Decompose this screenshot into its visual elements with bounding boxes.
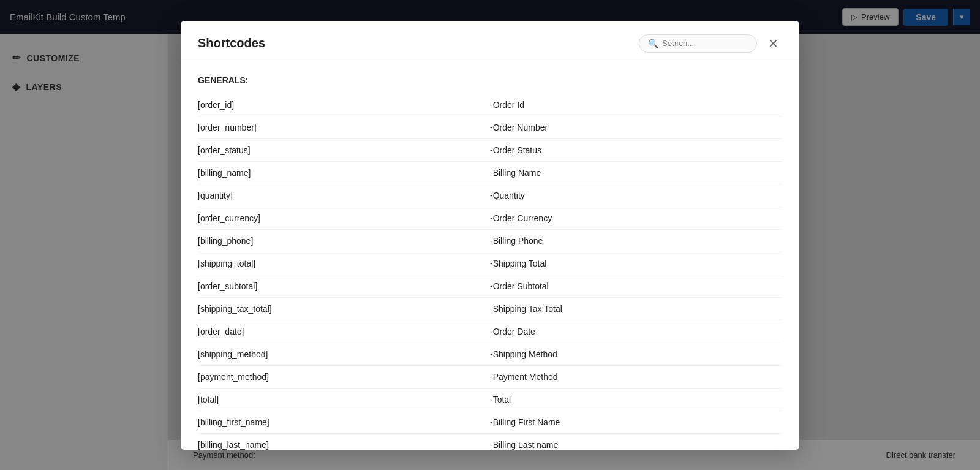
search-icon: 🔍 bbox=[648, 39, 658, 48]
close-button[interactable]: ✕ bbox=[764, 36, 782, 51]
shortcode-code: [billing_phone] bbox=[198, 236, 490, 246]
modal-body: GENERALS: [order_id]-Order Id[order_numb… bbox=[181, 63, 799, 450]
shortcode-code: [order_currency] bbox=[198, 213, 490, 223]
shortcode-code: [shipping_tax_total] bbox=[198, 304, 490, 314]
shortcode-row[interactable]: [billing_name]-Billing Name bbox=[198, 162, 782, 184]
shortcode-row[interactable]: [order_subtotal]-Order Subtotal bbox=[198, 275, 782, 298]
shortcode-row[interactable]: [payment_method]-Payment Method bbox=[198, 366, 782, 389]
shortcode-desc: -Shipping Total bbox=[490, 259, 782, 268]
shortcode-desc: -Order Currency bbox=[490, 213, 782, 223]
shortcode-desc: -Order Number bbox=[490, 123, 782, 132]
shortcode-desc: -Shipping Tax Total bbox=[490, 304, 782, 314]
shortcode-row[interactable]: [shipping_method]-Shipping Method bbox=[198, 343, 782, 366]
shortcode-desc: -Order Date bbox=[490, 327, 782, 336]
shortcode-desc: -Billing Phone bbox=[490, 236, 782, 246]
shortcode-row[interactable]: [billing_last_name]-Billing Last name bbox=[198, 434, 782, 450]
shortcode-code: [billing_first_name] bbox=[198, 417, 490, 427]
shortcode-row[interactable]: [billing_phone]-Billing Phone bbox=[198, 230, 782, 252]
shortcode-row[interactable]: [shipping_total]-Shipping Total bbox=[198, 252, 782, 275]
shortcode-code: [payment_method] bbox=[198, 372, 490, 382]
shortcode-desc: -Shipping Method bbox=[490, 349, 782, 359]
shortcode-desc: -Order Status bbox=[490, 145, 782, 155]
shortcode-row[interactable]: [quantity]-Quantity bbox=[198, 184, 782, 207]
shortcode-desc: -Total bbox=[490, 395, 782, 404]
shortcode-code: [quantity] bbox=[198, 191, 490, 200]
modal-header-right: 🔍 ✕ bbox=[639, 34, 782, 53]
shortcode-code: [order_number] bbox=[198, 123, 490, 132]
shortcode-code: [order_subtotal] bbox=[198, 281, 490, 291]
shortcode-row[interactable]: [shipping_tax_total]-Shipping Tax Total bbox=[198, 298, 782, 320]
modal-header: Shortcodes 🔍 ✕ bbox=[181, 21, 799, 63]
shortcode-code: [shipping_method] bbox=[198, 349, 490, 359]
section-title: GENERALS: bbox=[198, 75, 782, 85]
shortcode-code: [billing_last_name] bbox=[198, 440, 490, 450]
shortcode-row[interactable]: [order_id]-Order Id bbox=[198, 94, 782, 116]
shortcode-desc: -Order Id bbox=[490, 100, 782, 110]
shortcode-table: [order_id]-Order Id[order_number]-Order … bbox=[198, 94, 782, 450]
shortcode-desc: -Billing First Name bbox=[490, 417, 782, 427]
shortcode-code: [billing_name] bbox=[198, 168, 490, 178]
shortcode-code: [order_date] bbox=[198, 327, 490, 336]
shortcode-row[interactable]: [order_number]-Order Number bbox=[198, 116, 782, 139]
shortcode-code: [total] bbox=[198, 395, 490, 404]
shortcode-code: [shipping_total] bbox=[198, 259, 490, 268]
shortcode-desc: -Order Subtotal bbox=[490, 281, 782, 291]
search-box[interactable]: 🔍 bbox=[639, 34, 757, 53]
shortcode-row[interactable]: [order_currency]-Order Currency bbox=[198, 207, 782, 230]
shortcode-code: [order_id] bbox=[198, 100, 490, 110]
shortcode-row[interactable]: [order_status]-Order Status bbox=[198, 139, 782, 162]
shortcode-desc: -Quantity bbox=[490, 191, 782, 200]
shortcode-desc: -Payment Method bbox=[490, 372, 782, 382]
shortcode-code: [order_status] bbox=[198, 145, 490, 155]
shortcode-desc: -Billing Last name bbox=[490, 440, 782, 450]
modal-title: Shortcodes bbox=[198, 36, 265, 50]
shortcodes-modal: Shortcodes 🔍 ✕ GENERALS: [order_id]-Orde… bbox=[181, 21, 799, 450]
search-input[interactable] bbox=[662, 39, 748, 48]
shortcode-row[interactable]: [total]-Total bbox=[198, 389, 782, 411]
shortcode-desc: -Billing Name bbox=[490, 168, 782, 178]
shortcode-row[interactable]: [billing_first_name]-Billing First Name bbox=[198, 411, 782, 434]
shortcode-row[interactable]: [order_date]-Order Date bbox=[198, 320, 782, 343]
